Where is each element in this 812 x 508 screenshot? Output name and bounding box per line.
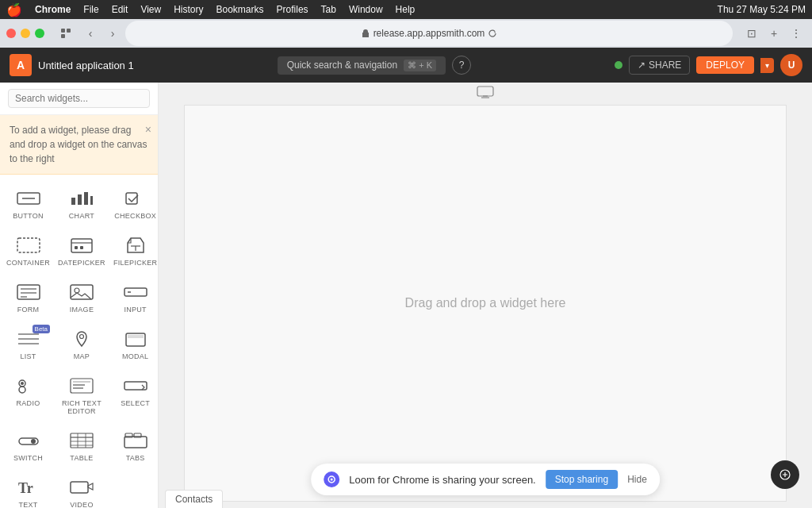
- square-icon-btn[interactable]: [54, 25, 78, 42]
- svg-rect-14: [80, 246, 83, 249]
- radio-widget-icon: [16, 375, 41, 397]
- back-button[interactable]: ‹: [81, 24, 100, 43]
- chrome-tabbar: ‹ › release.app.appsmith.com ⊡ + ⋮: [0, 19, 812, 48]
- button-widget-icon: [16, 187, 41, 210]
- chrome-menu[interactable]: Chrome: [35, 4, 71, 15]
- svg-rect-47: [124, 437, 147, 448]
- widget-video[interactable]: VIDEO: [55, 470, 109, 508]
- svg-rect-11: [71, 239, 92, 252]
- widget-datepicker[interactable]: DATEPICKER: [55, 228, 109, 273]
- widget-rte[interactable]: RICH TEXT EDITOR: [55, 368, 109, 421]
- datepicker-widget-label: DATEPICKER: [58, 259, 105, 267]
- search-input[interactable]: [8, 89, 150, 108]
- maximize-button[interactable]: [35, 29, 44, 38]
- widget-list[interactable]: Beta LIST: [3, 321, 53, 367]
- map-widget-icon: [69, 328, 94, 350]
- history-menu[interactable]: History: [174, 4, 203, 15]
- button-widget-label: BUTTON: [13, 212, 44, 220]
- widget-button[interactable]: BUTTON: [3, 181, 53, 226]
- svg-text:Tr: Tr: [18, 480, 33, 496]
- deploy-dropdown-button[interactable]: ▾: [760, 58, 774, 73]
- widget-tabs[interactable]: TABS: [110, 423, 159, 468]
- view-menu[interactable]: View: [140, 4, 161, 15]
- canvas-device-icon: [477, 86, 494, 102]
- app-topbar: A Untitled application 1 Quick search & …: [0, 48, 812, 83]
- switch-widget-label: SWITCH: [13, 454, 43, 462]
- widget-filepicker[interactable]: FILEPICKER: [110, 228, 159, 273]
- table-widget-label: TABLE: [70, 454, 93, 462]
- help-menu[interactable]: Help: [396, 4, 416, 15]
- share-icon: ↗: [638, 60, 645, 71]
- app-topbar-center: Quick search & navigation ⌘ + K ?: [140, 56, 608, 75]
- radio-widget-label: RADIO: [17, 399, 40, 407]
- drop-hint-text: Drag and drop a widget here: [405, 296, 566, 310]
- widget-input[interactable]: INPUT: [110, 275, 159, 320]
- form-widget-label: FORM: [17, 306, 40, 314]
- svg-rect-51: [71, 482, 88, 493]
- text-widget-label: TEXT: [18, 501, 37, 508]
- apple-icon[interactable]: 🍎: [6, 2, 22, 17]
- close-button[interactable]: [6, 29, 16, 38]
- widget-container[interactable]: CONTAINER: [3, 228, 53, 273]
- svg-rect-52: [477, 87, 493, 96]
- deploy-label: DEPLOY: [706, 60, 745, 71]
- window-controls: [6, 29, 44, 38]
- window-menu[interactable]: Window: [349, 4, 383, 15]
- profiles-menu[interactable]: Profiles: [277, 4, 308, 15]
- share-button[interactable]: ↗ SHARE: [629, 56, 690, 75]
- widget-radio[interactable]: RADIO: [3, 368, 53, 421]
- widget-checkbox[interactable]: CHECKBOX: [110, 181, 159, 226]
- help-button[interactable]: ?: [452, 56, 471, 75]
- widget-select[interactable]: SELECT: [110, 368, 159, 421]
- svg-rect-6: [78, 194, 82, 205]
- address-bar[interactable]: release.app.appsmith.com: [125, 21, 733, 46]
- svg-rect-7: [84, 192, 88, 205]
- tabs-widget-icon: [123, 429, 148, 452]
- stop-sharing-button[interactable]: Stop sharing: [546, 470, 618, 489]
- deploy-button[interactable]: DEPLOY: [696, 56, 754, 74]
- url-text: release.app.appsmith.com: [373, 28, 485, 39]
- loom-bar: Loom for Chrome is sharing your screen. …: [311, 464, 660, 495]
- checkbox-widget-label: CHECKBOX: [114, 212, 156, 220]
- drag-hint-close[interactable]: ×: [145, 121, 151, 138]
- avatar[interactable]: U: [780, 54, 802, 76]
- floating-action-button[interactable]: [771, 460, 799, 489]
- canvas-page: Drag and drop a widget here: [184, 105, 787, 502]
- drag-hint-text: To add a widget, please drag and drop a …: [10, 125, 147, 164]
- help-label: ?: [459, 60, 465, 71]
- switch-widget-icon: [16, 429, 41, 452]
- widget-image[interactable]: IMAGE: [55, 275, 109, 320]
- forward-button[interactable]: ›: [103, 24, 122, 43]
- app-topbar-right: ↗ SHARE DEPLOY ▾ U: [615, 54, 802, 76]
- container-widget-label: CONTAINER: [6, 259, 50, 267]
- map-widget-label: MAP: [74, 352, 90, 360]
- reload-icon[interactable]: [488, 29, 497, 38]
- widget-modal[interactable]: MODAL: [110, 321, 159, 367]
- svg-rect-34: [71, 379, 93, 393]
- bookmarks-menu[interactable]: Bookmarks: [216, 4, 264, 15]
- new-tab-button[interactable]: +: [764, 24, 783, 43]
- widget-form[interactable]: FORM: [3, 275, 53, 320]
- file-menu[interactable]: File: [83, 4, 98, 15]
- svg-rect-0: [61, 29, 65, 33]
- app-logo[interactable]: A: [10, 54, 32, 76]
- modal-widget-label: MODAL: [122, 352, 149, 360]
- input-widget-icon: [123, 281, 148, 303]
- search-nav-label: Quick search & navigation: [287, 60, 397, 71]
- widget-grid: BUTTON CHART CHECKBOX C: [0, 175, 158, 508]
- widget-text[interactable]: Tr TEXT: [3, 470, 53, 508]
- widget-chart[interactable]: CHART: [55, 181, 109, 226]
- more-button[interactable]: ⋮: [787, 24, 806, 43]
- minimize-button[interactable]: [21, 29, 30, 38]
- search-nav[interactable]: Quick search & navigation ⌘ + K: [278, 56, 446, 75]
- widget-switch[interactable]: SWITCH: [3, 423, 53, 468]
- svg-point-40: [31, 439, 36, 444]
- tab-menu[interactable]: Tab: [321, 4, 336, 15]
- widget-map[interactable]: MAP: [55, 321, 109, 367]
- hide-button[interactable]: Hide: [627, 474, 647, 485]
- svg-rect-13: [75, 246, 78, 249]
- cast-button[interactable]: ⊡: [742, 24, 761, 43]
- page-tab-contacts[interactable]: Contacts: [165, 490, 223, 508]
- widget-table[interactable]: TABLE: [55, 423, 109, 468]
- edit-menu[interactable]: Edit: [112, 4, 128, 15]
